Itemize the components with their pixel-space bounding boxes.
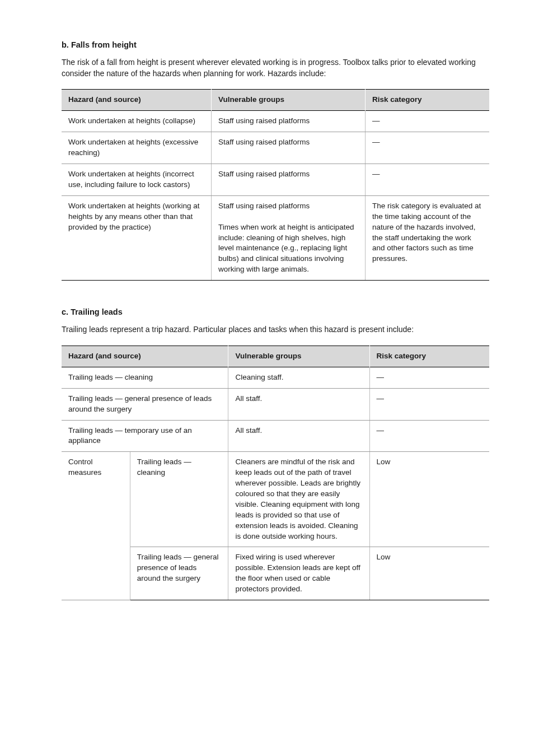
cell: Trailing leads — cleaning	[130, 452, 228, 547]
cell: —	[369, 388, 489, 420]
cell: Trailing leads — cleaning	[62, 367, 228, 388]
section-b-heading: b. Falls from height	[62, 39, 489, 50]
cell: Trailing leads — general presence of lea…	[62, 388, 228, 420]
cell: —	[365, 164, 489, 196]
table-header-row: Hazard (and source) Vulnerable groups Ri…	[62, 90, 489, 111]
heading-num: c.	[62, 307, 68, 316]
leads-table: Hazard (and source) Vulnerable groups Ri…	[62, 346, 489, 600]
heading-num: b.	[62, 40, 69, 49]
table-row: Trailing leads — cleaning Cleaning staff…	[62, 367, 489, 388]
cell: Fixed wiring is used wherever possible. …	[228, 547, 369, 600]
col-hazard: Hazard (and source)	[62, 90, 211, 111]
cell: Low	[369, 452, 489, 547]
cell: The risk category is evaluated at the ti…	[365, 195, 489, 280]
cell: Staff using raised platforms	[211, 132, 365, 164]
cell: —	[369, 367, 489, 388]
table-row: Work undertaken at heights (excessive re…	[62, 132, 489, 164]
cell: All staff.	[228, 388, 369, 420]
table-row: Trailing leads — general presence of lea…	[62, 388, 489, 420]
cell: Cleaners are mindful of the risk and kee…	[228, 452, 369, 547]
section-c-body: Trailing leads represent a trip hazard. …	[62, 324, 489, 335]
table-row: Control measures Trailing leads — cleani…	[62, 452, 489, 547]
col-groups: Vulnerable groups	[211, 90, 365, 111]
table-header-row: Hazard (and source) Vulnerable groups Ri…	[62, 346, 489, 367]
table-row: Work undertaken at heights (working at h…	[62, 195, 489, 280]
cell: Work undertaken at heights (excessive re…	[62, 132, 211, 164]
col-risk: Risk category	[365, 90, 489, 111]
cell: All staff.	[228, 420, 369, 452]
heading-text: Falls from height	[71, 40, 137, 49]
cell: Trailing leads — temporary use of an app…	[62, 420, 228, 452]
cell: Cleaning staff.	[228, 367, 369, 388]
table-row: Trailing leads — temporary use of an app…	[62, 420, 489, 452]
cell: Staff using raised platforms	[211, 111, 365, 132]
section-b-body: The risk of a fall from height is presen…	[62, 57, 489, 79]
cell: Work undertaken at heights (incorrect us…	[62, 164, 211, 196]
table-row: Work undertaken at heights (collapse) St…	[62, 111, 489, 132]
cell: Staff using raised platforms Times when …	[211, 195, 365, 280]
page-content: b. Falls from height The risk of a fall …	[0, 0, 534, 634]
controls-label: Control measures	[62, 452, 130, 600]
table-row: Work undertaken at heights (incorrect us…	[62, 164, 489, 196]
falls-table: Hazard (and source) Vulnerable groups Ri…	[62, 89, 489, 281]
cell: Trailing leads — general presence of lea…	[130, 547, 228, 600]
cell: Work undertaken at heights (collapse)	[62, 111, 211, 132]
cell: —	[369, 420, 489, 452]
col-groups: Vulnerable groups	[228, 346, 369, 367]
cell: —	[365, 132, 489, 164]
heading-text: Trailing leads	[71, 307, 123, 316]
cell: —	[365, 111, 489, 132]
col-risk: Risk category	[369, 346, 489, 367]
cell: Low	[369, 547, 489, 600]
col-hazard: Hazard (and source)	[62, 346, 228, 367]
cell: Work undertaken at heights (working at h…	[62, 195, 211, 280]
section-c-heading: c. Trailing leads	[62, 306, 489, 318]
cell: Staff using raised platforms	[211, 164, 365, 196]
